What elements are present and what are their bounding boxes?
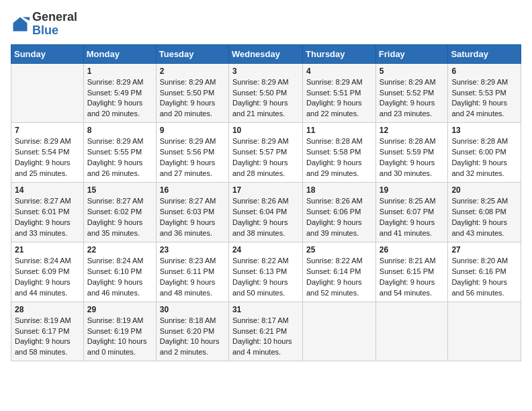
calendar-cell: 10 Sunrise: 8:29 AM Sunset: 5:57 PM Dayl…: [228, 123, 302, 183]
daylight-text: Daylight: 10 hours and 2 minutes.: [160, 337, 220, 356]
day-number: 28: [15, 305, 80, 314]
sunset-text: Sunset: 6:03 PM: [160, 208, 214, 216]
sunset-text: Sunset: 6:04 PM: [232, 208, 287, 216]
day-number: 4: [306, 66, 372, 76]
calendar-cell: 9 Sunrise: 8:29 AM Sunset: 5:56 PM Dayli…: [156, 123, 228, 183]
day-info: Sunrise: 8:29 AM Sunset: 5:53 PM Dayligh…: [451, 77, 517, 120]
day-number: 25: [306, 245, 372, 255]
calendar-cell: 19 Sunrise: 8:25 AM Sunset: 6:07 PM Dayl…: [375, 183, 448, 242]
day-number: 6: [451, 66, 517, 76]
weekday-header-sunday: Sunday: [11, 44, 84, 63]
day-info: Sunrise: 8:24 AM Sunset: 6:09 PM Dayligh…: [15, 256, 80, 299]
sunset-text: Sunset: 6:07 PM: [380, 208, 434, 216]
day-info: Sunrise: 8:18 AM Sunset: 6:20 PM Dayligh…: [160, 316, 225, 359]
sunset-text: Sunset: 6:11 PM: [160, 267, 214, 275]
sunrise-text: Sunrise: 8:29 AM: [160, 78, 216, 86]
calendar-cell: 26 Sunrise: 8:21 AM Sunset: 6:15 PM Dayl…: [375, 242, 448, 302]
day-info: Sunrise: 8:29 AM Sunset: 5:54 PM Dayligh…: [15, 136, 80, 179]
daylight-text: Daylight: 9 hours and 43 minutes.: [451, 218, 507, 237]
svg-marker-0: [13, 17, 28, 31]
daylight-text: Daylight: 9 hours and 25 minutes.: [15, 158, 71, 177]
weekday-header-monday: Monday: [83, 44, 156, 63]
sunset-text: Sunset: 6:17 PM: [15, 327, 69, 335]
sunset-text: Sunset: 5:58 PM: [306, 148, 361, 156]
sunset-text: Sunset: 5:57 PM: [232, 148, 287, 156]
day-number: 1: [87, 66, 152, 76]
calendar-cell: 15 Sunrise: 8:27 AM Sunset: 6:02 PM Dayl…: [83, 183, 156, 242]
sunset-text: Sunset: 6:14 PM: [306, 267, 361, 275]
daylight-text: Daylight: 9 hours and 41 minutes.: [380, 218, 435, 237]
day-info: Sunrise: 8:27 AM Sunset: 6:02 PM Dayligh…: [87, 196, 152, 239]
sunrise-text: Sunrise: 8:29 AM: [380, 78, 436, 86]
daylight-text: Daylight: 9 hours and 39 minutes.: [306, 218, 362, 237]
sunset-text: Sunset: 6:21 PM: [232, 327, 287, 335]
calendar-week-2: 7 Sunrise: 8:29 AM Sunset: 5:54 PM Dayli…: [11, 123, 521, 183]
sunrise-text: Sunrise: 8:29 AM: [15, 137, 71, 145]
sunrise-text: Sunrise: 8:17 AM: [232, 316, 289, 324]
daylight-text: Daylight: 9 hours and 28 minutes.: [232, 158, 288, 177]
day-info: Sunrise: 8:22 AM Sunset: 6:14 PM Dayligh…: [306, 256, 372, 299]
daylight-text: Daylight: 9 hours and 29 minutes.: [306, 158, 362, 177]
sunrise-text: Sunrise: 8:25 AM: [451, 197, 508, 205]
day-number: 20: [451, 185, 517, 195]
day-number: 14: [15, 185, 80, 195]
daylight-text: Daylight: 9 hours and 56 minutes.: [451, 278, 507, 297]
daylight-text: Daylight: 9 hours and 26 minutes.: [87, 158, 143, 177]
day-number: 13: [451, 126, 517, 135]
day-number: 26: [380, 245, 445, 255]
sunset-text: Sunset: 6:13 PM: [232, 267, 287, 275]
calendar-cell: 1 Sunrise: 8:29 AM Sunset: 5:49 PM Dayli…: [83, 63, 156, 123]
sunset-text: Sunset: 6:10 PM: [87, 267, 142, 275]
day-info: Sunrise: 8:29 AM Sunset: 5:52 PM Dayligh…: [380, 77, 445, 120]
logo-icon: [11, 15, 30, 34]
day-number: 27: [451, 245, 517, 255]
day-info: Sunrise: 8:19 AM Sunset: 6:17 PM Dayligh…: [15, 316, 80, 359]
daylight-text: Daylight: 9 hours and 27 minutes.: [160, 158, 216, 177]
day-number: 22: [87, 245, 152, 255]
sunset-text: Sunset: 5:55 PM: [87, 148, 142, 156]
day-info: Sunrise: 8:27 AM Sunset: 6:01 PM Dayligh…: [15, 196, 80, 239]
sunset-text: Sunset: 6:19 PM: [87, 327, 142, 335]
day-info: Sunrise: 8:27 AM Sunset: 6:03 PM Dayligh…: [160, 196, 225, 239]
day-info: Sunrise: 8:24 AM Sunset: 6:10 PM Dayligh…: [87, 256, 152, 299]
calendar-cell: [303, 302, 376, 361]
sunrise-text: Sunrise: 8:29 AM: [87, 137, 144, 145]
weekday-header-wednesday: Wednesday: [228, 44, 302, 63]
sunrise-text: Sunrise: 8:19 AM: [15, 316, 71, 324]
sunset-text: Sunset: 5:53 PM: [451, 89, 506, 97]
daylight-text: Daylight: 9 hours and 30 minutes.: [380, 158, 435, 177]
day-info: Sunrise: 8:29 AM Sunset: 5:55 PM Dayligh…: [87, 136, 152, 179]
page-header: General Blue: [11, 11, 521, 38]
sunrise-text: Sunrise: 8:29 AM: [451, 78, 508, 86]
sunset-text: Sunset: 6:20 PM: [160, 327, 214, 335]
calendar-cell: 6 Sunrise: 8:29 AM Sunset: 5:53 PM Dayli…: [448, 63, 521, 123]
day-info: Sunrise: 8:29 AM Sunset: 5:56 PM Dayligh…: [160, 136, 225, 179]
calendar-cell: 29 Sunrise: 8:19 AM Sunset: 6:19 PM Dayl…: [83, 302, 156, 361]
day-number: 23: [160, 245, 225, 255]
daylight-text: Daylight: 9 hours and 46 minutes.: [87, 278, 143, 297]
calendar-cell: 7 Sunrise: 8:29 AM Sunset: 5:54 PM Dayli…: [11, 123, 84, 183]
day-number: 24: [232, 245, 299, 255]
daylight-text: Daylight: 9 hours and 20 minutes.: [87, 99, 143, 118]
sunrise-text: Sunrise: 8:20 AM: [451, 257, 508, 265]
sunrise-text: Sunrise: 8:29 AM: [232, 137, 289, 145]
day-info: Sunrise: 8:22 AM Sunset: 6:13 PM Dayligh…: [232, 256, 299, 299]
calendar-cell: 21 Sunrise: 8:24 AM Sunset: 6:09 PM Dayl…: [11, 242, 84, 302]
daylight-text: Daylight: 9 hours and 50 minutes.: [232, 278, 288, 297]
calendar-cell: 13 Sunrise: 8:28 AM Sunset: 6:00 PM Dayl…: [448, 123, 521, 183]
sunset-text: Sunset: 6:00 PM: [451, 148, 506, 156]
day-number: 18: [306, 185, 372, 195]
sunset-text: Sunset: 5:54 PM: [15, 148, 69, 156]
calendar-week-3: 14 Sunrise: 8:27 AM Sunset: 6:01 PM Dayl…: [11, 183, 521, 242]
sunrise-text: Sunrise: 8:28 AM: [306, 137, 363, 145]
day-number: 11: [306, 126, 372, 135]
day-info: Sunrise: 8:29 AM Sunset: 5:49 PM Dayligh…: [87, 77, 152, 120]
calendar-cell: 3 Sunrise: 8:29 AM Sunset: 5:50 PM Dayli…: [228, 63, 302, 123]
daylight-text: Daylight: 9 hours and 33 minutes.: [15, 218, 71, 237]
day-info: Sunrise: 8:28 AM Sunset: 6:00 PM Dayligh…: [451, 136, 517, 179]
day-number: 10: [232, 126, 299, 135]
daylight-text: Daylight: 9 hours and 36 minutes.: [160, 218, 216, 237]
calendar-cell: 12 Sunrise: 8:28 AM Sunset: 5:59 PM Dayl…: [375, 123, 448, 183]
sunrise-text: Sunrise: 8:27 AM: [160, 197, 216, 205]
calendar-cell: [375, 302, 448, 361]
